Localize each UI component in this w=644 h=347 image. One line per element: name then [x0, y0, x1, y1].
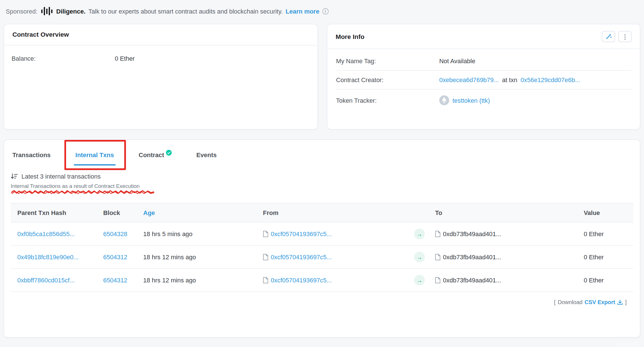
learn-more-link[interactable]: Learn more	[286, 8, 319, 15]
table-row: 0xbbff7860cd015cf... 6504312 18 hrs 12 m…	[11, 269, 633, 292]
more-options-button[interactable]: ⋮	[618, 31, 632, 42]
contract-overview-title: Contract Overview	[12, 31, 69, 38]
from-address-link[interactable]: 0xcf05704193697c5...	[271, 276, 332, 284]
tab-contract[interactable]: Contract	[137, 149, 173, 166]
internal-txns-content: Latest 3 internal transactions Internal …	[4, 173, 640, 306]
creator-address-link[interactable]: 0xebecea6d769b79...	[439, 76, 499, 84]
info-icon[interactable]: i	[322, 8, 328, 14]
sponsor-bar: Sponsored: Diligence. Talk to our expert…	[0, 0, 644, 16]
document-icon	[435, 277, 441, 283]
more-info-title: More Info	[336, 33, 364, 40]
eth-token-icon	[439, 95, 449, 105]
balance-row: Balance: 0 Ether	[12, 48, 309, 69]
header-block: Block	[103, 209, 143, 216]
list-subheading: Internal Transactions as a result of Con…	[11, 183, 633, 189]
csv-bracket-close: ]	[625, 299, 627, 306]
edit-wand-button[interactable]	[602, 31, 615, 42]
header-from: From	[263, 209, 399, 216]
list-heading: Latest 3 internal transactions	[11, 173, 633, 180]
tab-events-label: Events	[196, 151, 217, 159]
table-header-row: Parent Txn Hash Block Age From To Value	[11, 203, 633, 223]
transactions-card: Transactions Internal Txns Contract Even…	[4, 139, 640, 337]
name-tag-row: My Name Tag: Not Available	[336, 52, 632, 70]
block-link[interactable]: 6504328	[103, 230, 127, 237]
token-tracker-label: Token Tracker:	[336, 97, 439, 104]
balance-label: Balance:	[12, 55, 115, 62]
kebab-menu-icon: ⋮	[622, 33, 628, 39]
block-link[interactable]: 6504312	[103, 276, 127, 284]
document-icon	[263, 254, 268, 260]
document-icon	[263, 230, 268, 237]
name-tag-value: Not Available	[439, 57, 475, 64]
sponsor-text: Talk to our experts about smart contract…	[88, 8, 283, 15]
watermark: csdn.net	[617, 341, 638, 346]
creator-connector-text: at txn	[502, 76, 517, 84]
direction-arrow-icon: →	[414, 275, 425, 285]
csv-bracket-open: [	[554, 299, 556, 306]
age-text: 18 hrs 5 mins ago	[143, 230, 263, 237]
tab-events[interactable]: Events	[195, 149, 218, 166]
list-heading-text: Latest 3 internal transactions	[21, 173, 101, 180]
tab-transactions[interactable]: Transactions	[11, 149, 52, 166]
sponsor-prefix: Sponsored:	[6, 8, 37, 15]
more-info-header: More Info ⋮	[327, 24, 640, 49]
wand-icon	[605, 33, 612, 39]
tab-internal-txns[interactable]: Internal Txns	[74, 149, 115, 166]
top-cards-row: Contract Overview Balance: 0 Ether More …	[4, 24, 640, 129]
tab-bar: Transactions Internal Txns Contract Even…	[4, 140, 640, 166]
direction-arrow-icon: →	[414, 229, 425, 239]
name-tag-label: My Name Tag:	[336, 57, 439, 64]
block-link[interactable]: 6504312	[103, 253, 127, 260]
parent-txn-hash-link[interactable]: 0x49b18fc819e90e0...	[17, 253, 78, 260]
contract-creator-row: Contract Creator: 0xebecea6d769b79... at…	[336, 70, 632, 89]
parent-txn-hash-link[interactable]: 0xf0b5ca1c856d55...	[17, 230, 75, 237]
tab-internal-txns-label: Internal Txns	[75, 151, 114, 159]
more-info-actions: ⋮	[602, 31, 632, 42]
header-value: Value	[584, 209, 633, 216]
csv-export-link[interactable]: CSV Export	[584, 299, 615, 306]
token-tracker-link[interactable]: testtoken (ttk)	[452, 97, 490, 104]
direction-arrow-icon: →	[414, 252, 425, 262]
more-info-body: My Name Tag: Not Available Contract Crea…	[327, 49, 640, 111]
annotation-red-scribble	[11, 189, 155, 195]
internal-txns-table: Parent Txn Hash Block Age From To Value …	[11, 203, 633, 292]
contract-overview-header: Contract Overview	[4, 24, 317, 45]
from-address-link[interactable]: 0xcf05704193697c5...	[271, 253, 332, 260]
tab-transactions-label: Transactions	[12, 151, 51, 159]
contract-overview-card: Contract Overview Balance: 0 Ether	[4, 24, 318, 129]
contract-overview-body: Balance: 0 Ether	[4, 45, 317, 69]
value-text: 0 Ether	[584, 253, 633, 260]
page: Sponsored: Diligence. Talk to our expert…	[0, 0, 644, 347]
creator-txn-link[interactable]: 0x56e129cdd07e6b...	[521, 76, 580, 84]
download-icon[interactable]	[617, 300, 623, 305]
balance-value: 0 Ether	[115, 55, 135, 62]
document-icon	[263, 277, 268, 283]
to-address-text: 0xdb73fb49aad401...	[443, 253, 501, 260]
csv-export-line: [ Download CSV Export ]	[11, 299, 633, 306]
sponsor-brand: Diligence.	[56, 8, 86, 15]
header-age-sort-link[interactable]: Age	[143, 209, 155, 216]
age-text: 18 hrs 12 mins ago	[143, 253, 263, 260]
to-address-text: 0xdb73fb49aad401...	[443, 276, 501, 284]
table-row: 0x49b18fc819e90e0... 6504312 18 hrs 12 m…	[11, 245, 633, 269]
value-text: 0 Ether	[584, 276, 633, 284]
more-info-card: More Info ⋮ My Name Ta	[327, 24, 640, 129]
value-text: 0 Ether	[584, 230, 633, 237]
from-address-link[interactable]: 0xcf05704193697c5...	[271, 230, 332, 237]
diligence-logo-icon	[41, 6, 52, 16]
age-text: 18 hrs 12 mins ago	[143, 276, 263, 284]
header-to: To	[435, 209, 584, 216]
token-tracker-row: Token Tracker: testtoken (ttk)	[336, 89, 632, 111]
csv-download-label: Download	[558, 299, 582, 306]
contract-creator-label: Contract Creator:	[336, 76, 439, 84]
table-row: 0xf0b5ca1c856d55... 6504328 18 hrs 5 min…	[11, 222, 633, 245]
header-parent-txn-hash: Parent Txn Hash	[11, 209, 103, 216]
tab-contract-label: Contract	[139, 151, 164, 159]
parent-txn-hash-link[interactable]: 0xbbff7860cd015cf...	[17, 276, 75, 284]
verified-check-icon	[166, 150, 171, 155]
document-icon	[435, 254, 441, 260]
document-icon	[435, 230, 441, 237]
to-address-text: 0xdb73fb49aad401...	[443, 230, 501, 237]
sort-icon	[11, 173, 18, 179]
